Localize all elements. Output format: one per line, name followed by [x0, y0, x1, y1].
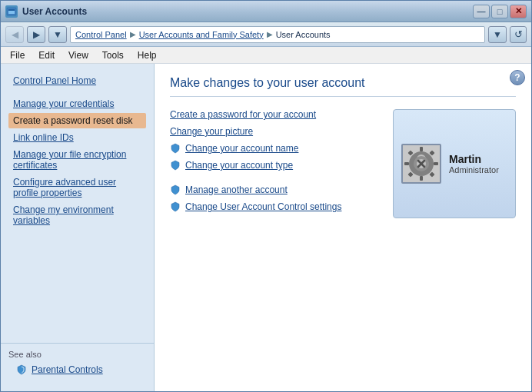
content-area: Control Panel Home Manage your credentia…: [1, 64, 531, 391]
link-change-account-name[interactable]: Change your account name: [170, 143, 377, 154]
shield-icon-uac: [170, 201, 181, 212]
sidebar-item-manage-credentials[interactable]: Manage your credentials: [8, 96, 146, 111]
shield-icon-account-name: [170, 143, 181, 154]
menu-edit[interactable]: Edit: [32, 48, 61, 62]
link-change-account-type-label: Change your account type: [185, 160, 293, 171]
avatar: [401, 144, 441, 184]
link-change-account-type[interactable]: Change your account type: [170, 160, 377, 171]
link-change-uac-settings[interactable]: Change User Account Control settings: [170, 201, 377, 212]
panel-body: Create a password for your account Chang…: [170, 109, 516, 218]
maximize-button[interactable]: □: [491, 5, 508, 18]
user-info-card: Martin Administrator: [449, 153, 499, 174]
breadcrumb-sep-2: ▶: [267, 30, 273, 38]
window-title: User Accounts: [22, 6, 87, 17]
address-bar: ◀ ▶ ▼ Control Panel ▶ User Accounts and …: [1, 22, 531, 47]
link-manage-another-account[interactable]: Manage another account: [170, 184, 377, 195]
sidebar-item-parental-controls[interactable]: Parental Controls: [8, 362, 146, 377]
svg-rect-2: [8, 9, 15, 11]
panel-title: Make changes to your user account: [170, 76, 516, 97]
main-window: User Accounts — □ ✕ ◀ ▶ ▼ Control Panel …: [0, 0, 532, 392]
minimize-button[interactable]: —: [473, 5, 490, 18]
svg-rect-8: [404, 162, 409, 165]
sidebar-item-file-encryption[interactable]: Manage your file encryption certificates: [8, 147, 146, 173]
sidebar: Control Panel Home Manage your credentia…: [1, 64, 155, 391]
refresh-button[interactable]: ↺: [510, 26, 527, 43]
title-bar-controls: — □ ✕: [473, 5, 527, 18]
close-button[interactable]: ✕: [510, 5, 527, 18]
shield-icon-account-type: [170, 160, 181, 171]
breadcrumb-item-2[interactable]: User Accounts and Family Safety: [139, 30, 264, 39]
help-button[interactable]: ?: [510, 70, 525, 85]
dropdown-breadcrumb-button[interactable]: ▼: [488, 26, 507, 43]
dropdown-button[interactable]: ▼: [48, 26, 67, 43]
sidebar-item-create-reset-disk[interactable]: Create a password reset disk: [8, 113, 146, 128]
see-also-section: See also Parental Controls: [1, 343, 154, 385]
shield-icon-manage-account: [170, 184, 181, 195]
breadcrumb-item-1[interactable]: Control Panel: [75, 30, 127, 39]
panel-links: Create a password for your account Chang…: [170, 109, 377, 218]
breadcrumb-sep-1: ▶: [130, 30, 136, 38]
sidebar-home-section: Control Panel Home: [1, 70, 154, 93]
menu-file[interactable]: File: [4, 48, 31, 62]
parental-controls-label: Parental Controls: [32, 364, 103, 375]
link-change-uac-settings-label: Change User Account Control settings: [185, 201, 341, 212]
title-bar: User Accounts — □ ✕: [1, 1, 531, 22]
sidebar-item-advanced-profile[interactable]: Configure advanced user profile properti…: [8, 174, 146, 201]
user-card: Martin Administrator: [393, 109, 516, 218]
menu-bar: File Edit View Tools Help: [1, 47, 531, 64]
svg-rect-6: [420, 147, 423, 151]
shield-icon: [16, 364, 27, 375]
link-change-picture[interactable]: Change your picture: [170, 126, 377, 137]
title-bar-left: User Accounts: [5, 5, 87, 18]
main-panel: ? Make changes to your user account Crea…: [155, 64, 531, 391]
link-create-password[interactable]: Create a password for your account: [170, 109, 377, 120]
menu-tools[interactable]: Tools: [96, 48, 130, 62]
link-manage-another-account-label: Manage another account: [185, 184, 288, 195]
svg-rect-7: [420, 176, 423, 181]
sidebar-item-environment-vars[interactable]: Change my environment variables: [8, 202, 146, 228]
window-icon: [5, 5, 18, 18]
back-button[interactable]: ◀: [5, 26, 24, 43]
sidebar-item-link-online-ids[interactable]: Link online IDs: [8, 130, 146, 145]
forward-button[interactable]: ▶: [27, 26, 45, 43]
user-role: Administrator: [449, 165, 499, 174]
breadcrumb-item-3: User Accounts: [276, 30, 331, 39]
sidebar-item-control-panel-home[interactable]: Control Panel Home: [8, 73, 146, 88]
user-avatar-image: [403, 145, 440, 182]
user-name: Martin: [449, 153, 499, 165]
sidebar-links-section: Manage your credentials Create a passwor…: [1, 93, 154, 233]
link-change-account-name-label: Change your account name: [185, 143, 298, 154]
menu-view[interactable]: View: [62, 48, 95, 62]
breadcrumb: Control Panel ▶ User Accounts and Family…: [70, 26, 485, 43]
svg-rect-9: [434, 162, 438, 165]
menu-help[interactable]: Help: [131, 48, 163, 62]
see-also-title: See also: [8, 350, 146, 359]
